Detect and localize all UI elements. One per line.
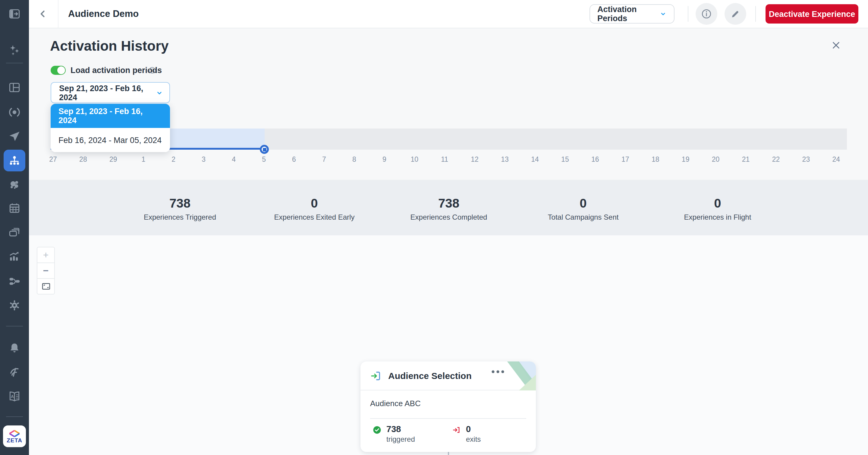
page-title: Audience Demo xyxy=(68,8,138,19)
timeline-tick: 12 xyxy=(460,154,490,164)
timeline-tick: 7 xyxy=(309,154,339,164)
stat-value: 0 xyxy=(311,196,318,210)
timeline-tick: 5 xyxy=(249,154,279,164)
top-bar: Audience Demo Activation Periods Deactiv… xyxy=(29,0,868,28)
sidebar-divider xyxy=(6,326,23,326)
zeta-logo[interactable]: ZETA xyxy=(3,425,26,447)
card-connector-line xyxy=(448,452,449,455)
exits-value: 0 xyxy=(466,424,481,434)
timeline-tick: 24 xyxy=(821,154,851,164)
sidebar-item-glossary[interactable]: A xyxy=(4,386,25,407)
check-circle-icon xyxy=(373,425,381,434)
exit-arrow-icon xyxy=(452,425,461,434)
canvas-zoom-controls: + − xyxy=(37,247,55,294)
stat-label: Experiences Completed xyxy=(410,213,487,222)
timeline-tick: 10 xyxy=(399,154,430,164)
stat-label: Experiences Exited Early xyxy=(274,213,355,222)
app-root: A ZETA Audience Demo Activation Periods … xyxy=(0,0,868,455)
topbar-divider xyxy=(688,6,688,22)
timeline-tick: 17 xyxy=(610,154,641,164)
sidebar-divider xyxy=(6,63,23,63)
topbar-divider xyxy=(755,6,756,22)
timeline-tick: 2 xyxy=(158,154,189,164)
period-option-1[interactable]: Sep 21, 2023 - Feb 16, 2024 xyxy=(51,104,170,128)
timeline-tick: 8 xyxy=(339,154,369,164)
timeline-tick: 20 xyxy=(701,154,731,164)
stat-item: 0 Experiences in Flight xyxy=(650,180,785,235)
stat-value: 0 xyxy=(714,196,721,210)
stat-value: 738 xyxy=(169,196,190,210)
stat-item: 738 Experiences Completed xyxy=(381,180,516,235)
ai-sparkles-icon[interactable] xyxy=(4,39,25,61)
exits-stat: 0 exits xyxy=(452,424,481,444)
plus-icon: + xyxy=(43,250,49,260)
sidebar-item-signals[interactable] xyxy=(4,362,25,383)
info-button[interactable] xyxy=(695,3,717,25)
timeline-tick: 19 xyxy=(671,154,701,164)
sidebar-item-analytics[interactable] xyxy=(4,246,25,267)
ellipsis-icon xyxy=(491,370,504,373)
triggered-stat: 738 triggered xyxy=(373,424,415,444)
load-activation-periods-toggle[interactable] xyxy=(51,66,66,75)
timeline-tick: 9 xyxy=(369,154,399,164)
card-header: Audience Selection xyxy=(361,362,536,391)
sidebar-item-notifications[interactable] xyxy=(4,337,25,359)
sidebar-item-send[interactable] xyxy=(4,125,25,147)
audience-enter-icon xyxy=(370,370,382,382)
pencil-icon xyxy=(730,8,741,19)
timeline-marker-handle[interactable] xyxy=(260,145,269,154)
timeline-marker-square xyxy=(262,147,266,151)
toggle-knob xyxy=(57,66,65,74)
sidebar-item-calendar[interactable] xyxy=(4,197,25,219)
activation-periods-dropdown[interactable]: Activation Periods xyxy=(590,4,675,24)
timeline-tick: 13 xyxy=(490,154,520,164)
stat-item: 738 Experiences Triggered xyxy=(113,180,247,235)
timeline-tick: 15 xyxy=(550,154,580,164)
topbar-divider xyxy=(58,0,59,28)
stat-label: Total Campaigns Sent xyxy=(548,213,619,222)
timeline-tick: 11 xyxy=(430,154,460,164)
back-button[interactable] xyxy=(36,7,50,21)
timeline-tick: 27 xyxy=(38,154,68,164)
timeline-tick: 23 xyxy=(791,154,821,164)
zoom-in-button[interactable]: + xyxy=(37,247,55,263)
sidebar-item-dashboard[interactable] xyxy=(4,77,25,98)
timeline-tick: 6 xyxy=(279,154,309,164)
card-menu-button[interactable] xyxy=(491,370,504,373)
svg-text:A: A xyxy=(11,394,14,399)
card-divider xyxy=(370,418,526,419)
close-panel-button[interactable] xyxy=(830,39,842,51)
panel-heading: Activation History xyxy=(50,38,169,54)
stats-row: 738 Experiences Triggered 0 Experiences … xyxy=(113,180,785,235)
stat-label: Experiences in Flight xyxy=(684,213,751,222)
info-icon xyxy=(701,8,712,20)
sidebar-item-templates[interactable] xyxy=(4,222,25,243)
timeline-tick: 4 xyxy=(219,154,249,164)
sidebar-item-audiences[interactable] xyxy=(4,174,25,196)
timeline-tick: 28 xyxy=(68,154,98,164)
sidebar-item-experience-canvas[interactable] xyxy=(4,150,25,171)
triggered-label: triggered xyxy=(386,435,415,444)
deactivate-experience-button[interactable]: Deactivate Experience xyxy=(766,4,858,24)
edit-button[interactable] xyxy=(724,3,746,25)
stat-value: 0 xyxy=(580,196,587,210)
sidebar-item-settings[interactable] xyxy=(4,294,25,316)
sidebar-item-focus-target[interactable] xyxy=(4,102,25,123)
zoom-out-button[interactable]: − xyxy=(37,262,55,279)
exits-label: exits xyxy=(466,435,481,444)
timeline-tick: 3 xyxy=(189,154,219,164)
audience-selection-card[interactable]: Audience Selection Audience ABC 738 trig… xyxy=(361,362,536,452)
sidebar-item-journeys[interactable] xyxy=(4,271,25,292)
timeline-tick: 18 xyxy=(641,154,671,164)
timeline-tick: 1 xyxy=(128,154,158,164)
toggle-info-icon[interactable] xyxy=(148,66,156,74)
collapse-sidebar-icon[interactable] xyxy=(4,3,25,25)
chevron-down-icon xyxy=(156,88,163,97)
timeline-tick: 21 xyxy=(731,154,761,164)
sidebar: A ZETA xyxy=(0,0,29,455)
period-option-2[interactable]: Feb 16, 2024 - Mar 05, 2024 xyxy=(51,128,170,152)
period-select[interactable]: Sep 21, 2023 - Feb 16, 2024 xyxy=(51,82,170,103)
stat-item: 0 Experiences Exited Early xyxy=(247,180,381,235)
fit-to-screen-button[interactable] xyxy=(37,278,55,294)
card-corner-decoration xyxy=(494,362,536,391)
